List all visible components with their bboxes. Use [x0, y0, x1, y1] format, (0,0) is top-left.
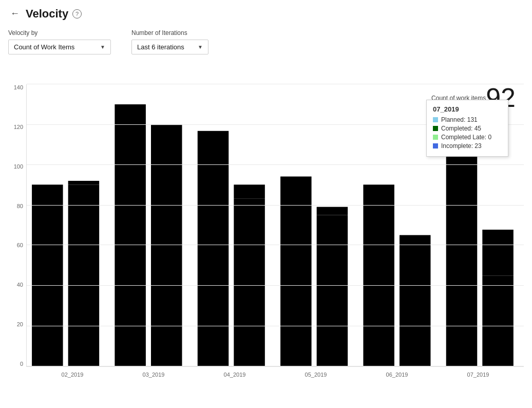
velocity-by-arrow: ▼	[100, 44, 105, 50]
x-label-04: 04_2019	[194, 372, 275, 378]
y-label-60: 60	[17, 242, 23, 248]
y-label-40: 40	[17, 282, 23, 288]
tooltip: 07_2019 Planned: 131 Completed: 45 Compl…	[426, 100, 508, 157]
help-icon[interactable]: ?	[72, 9, 82, 18]
y-label-0: 0	[20, 361, 23, 367]
tooltip-clate-dot	[433, 135, 438, 140]
back-button[interactable]: ←	[8, 6, 22, 21]
tooltip-incomplete-label: Incomplete: 23	[441, 142, 482, 150]
x-labels: 02_2019 03_2019 04_2019 05_2019 06_2019 …	[27, 372, 524, 378]
tooltip-incomplete-row: Incomplete: 23	[433, 142, 502, 150]
velocity-by-group: Velocity by Count of Work Items ▼	[8, 29, 111, 54]
tooltip-planned-dot	[433, 117, 438, 122]
tooltip-completed-row: Completed: 45	[433, 125, 502, 132]
y-label-120: 120	[14, 124, 23, 130]
chart-area: 140 120 100 80 60 40 20 0	[8, 84, 524, 382]
tooltip-title: 07_2019	[433, 105, 502, 113]
x-label-05: 05_2019	[275, 372, 356, 378]
x-label-03: 03_2019	[113, 372, 194, 378]
x-label-06: 06_2019	[356, 372, 438, 378]
tooltip-incomplete-dot	[433, 143, 438, 149]
y-label-100: 100	[14, 163, 23, 170]
page-title: Velocity	[26, 7, 68, 21]
y-label-20: 20	[17, 321, 23, 327]
iterations-dropdown[interactable]: Last 6 iterations ▼	[131, 40, 208, 54]
y-label-80: 80	[17, 203, 23, 209]
tooltip-completed-dot	[433, 126, 438, 131]
iterations-group: Number of Iterations Last 6 iterations ▼	[131, 29, 208, 54]
tooltip-clate-label: Completed Late: 0	[441, 134, 491, 141]
iterations-value: Last 6 iterations	[137, 43, 184, 51]
chart-plot: 02_2019 03_2019 04_2019 05_2019 06_2019 …	[26, 84, 524, 367]
controls-bar: Velocity by Count of Work Items ▼ Number…	[0, 25, 532, 59]
velocity-by-value: Count of Work Items	[14, 43, 74, 51]
iterations-label: Number of Iterations	[131, 29, 208, 36]
tooltip-planned-label: Planned: 131	[441, 116, 478, 123]
x-label-02: 02_2019	[32, 372, 113, 378]
velocity-by-label: Velocity by	[8, 29, 111, 36]
chart-container: Count of work items Average Velocity 92 …	[0, 84, 532, 408]
velocity-by-dropdown[interactable]: Count of Work Items ▼	[8, 40, 111, 54]
x-label-07: 07_2019	[438, 372, 519, 378]
iterations-arrow: ▼	[198, 44, 203, 50]
tooltip-clate-row: Completed Late: 0	[433, 134, 502, 141]
tooltip-completed-label: Completed: 45	[441, 125, 481, 132]
y-label-140: 140	[14, 84, 23, 90]
tooltip-planned-row: Planned: 131	[433, 116, 502, 123]
y-axis: 140 120 100 80 60 40 20 0	[8, 84, 26, 367]
